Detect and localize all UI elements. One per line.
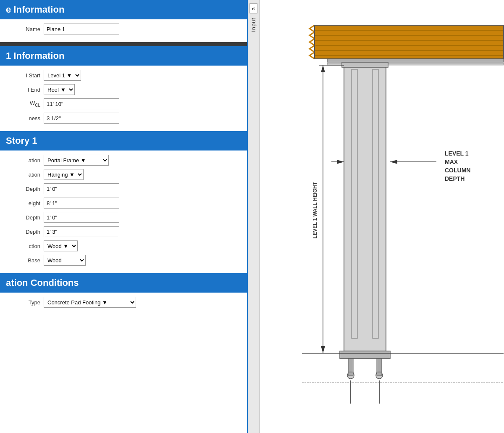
section1-header: e Information (0, 0, 247, 19)
column-depth-label-line3: COLUMN (445, 167, 470, 174)
label-orientation: ation (6, 172, 44, 178)
form-row-name: Name (6, 24, 241, 34)
select-start[interactable]: Level 1 ▼ Level 2 (44, 70, 81, 81)
label-start: l Start (6, 72, 44, 79)
input-thickness[interactable] (44, 113, 119, 124)
section3-form: ation Portal Frame ▼ Standard ation Hang… (0, 150, 247, 273)
column-body (344, 65, 386, 351)
diagram-svg: LEVEL 1 WALL HEIGHT LEVEL 1 MAX COLUMN D… (260, 0, 504, 433)
section4-form: Type Concrete Pad Footing ▼ Spread Footi… (0, 293, 247, 315)
base-plate (340, 351, 390, 359)
select-section[interactable]: Wood ▼ Steel (44, 240, 78, 251)
arrow-top (321, 65, 325, 72)
select-orientation[interactable]: Hanging ▼ Standing (44, 169, 84, 180)
label-foundation-type: Type (6, 299, 44, 306)
label-depth2: Depth (6, 214, 44, 221)
form-row-orientation: ation Hanging ▼ Standing (6, 169, 241, 180)
input-height[interactable] (44, 198, 119, 209)
svg-rect-12 (348, 359, 353, 373)
form-row-height: eight (6, 198, 241, 209)
input-depth2[interactable] (44, 212, 119, 223)
wall-height-label: LEVEL 1 WALL HEIGHT (312, 182, 318, 238)
label-thickness: ness (6, 115, 44, 121)
arrow-bottom (321, 346, 325, 353)
label-configuration: ation (6, 157, 44, 164)
select-base[interactable]: Wood Steel (44, 255, 86, 266)
form-row-base: Base Wood Steel (6, 255, 241, 266)
column-depth-label-line4: DEPTH (445, 175, 465, 182)
input-name[interactable] (44, 24, 119, 34)
select-end[interactable]: Roof ▼ Level 2 (44, 84, 75, 95)
section2-form: l Start Level 1 ▼ Level 2 l End Roof ▼ L… (0, 66, 247, 131)
svg-rect-13 (377, 359, 382, 373)
label-wcl: WCL (6, 100, 44, 108)
label-base: Base (6, 257, 44, 264)
arrow-right-col (337, 160, 344, 164)
svg-rect-17 (377, 372, 382, 375)
collapse-button[interactable]: « (249, 3, 258, 13)
select-foundation-type[interactable]: Concrete Pad Footing ▼ Spread Footing (44, 297, 136, 308)
panel-divider: « Input (248, 0, 260, 433)
column-depth-label-line2: MAX (445, 158, 458, 165)
form-row-wcl: WCL (6, 98, 241, 109)
input-wcl[interactable] (44, 98, 119, 109)
label-section: ction (6, 243, 44, 249)
form-row-depth1: Depth (6, 183, 241, 194)
form-row-configuration: ation Portal Frame ▼ Standard (6, 155, 241, 166)
section3-header: Story 1 (0, 131, 247, 150)
label-depth3: Depth (6, 229, 44, 235)
dark-divider (0, 42, 247, 46)
left-panel: e Information Name 1 Information l Start… (0, 0, 248, 433)
form-row-section: ction Wood ▼ Steel (6, 240, 241, 251)
section4-header: ation Conditions (0, 273, 247, 293)
form-row-depth3: Depth (6, 226, 241, 237)
form-row-end: l End Roof ▼ Level 2 (6, 84, 241, 95)
right-panel: LEVEL 1 WALL HEIGHT LEVEL 1 MAX COLUMN D… (260, 0, 504, 433)
beam-jagged-edge (310, 25, 315, 59)
form-row-start: l Start Level 1 ▼ Level 2 (6, 70, 241, 81)
svg-rect-16 (348, 372, 353, 375)
form-row-depth2: Depth (6, 212, 241, 223)
input-depth1[interactable] (44, 183, 119, 194)
label-end: l End (6, 87, 44, 93)
form-row-foundation-type: Type Concrete Pad Footing ▼ Spread Footi… (6, 297, 241, 308)
section2-header: 1 Information (0, 46, 247, 66)
column-depth-label-line1: LEVEL 1 (445, 150, 469, 157)
svg-rect-11 (342, 62, 388, 67)
section1-form: Name (0, 19, 247, 42)
input-label: Input (250, 18, 257, 32)
label-name: Name (6, 26, 44, 32)
input-depth3[interactable] (44, 226, 119, 237)
select-configuration[interactable]: Portal Frame ▼ Standard (44, 155, 109, 166)
label-depth1: Depth (6, 186, 44, 192)
svg-rect-7 (327, 59, 504, 62)
label-height: eight (6, 200, 44, 206)
form-row-thickness: ness (6, 113, 241, 124)
arrow-left-col (390, 160, 397, 164)
